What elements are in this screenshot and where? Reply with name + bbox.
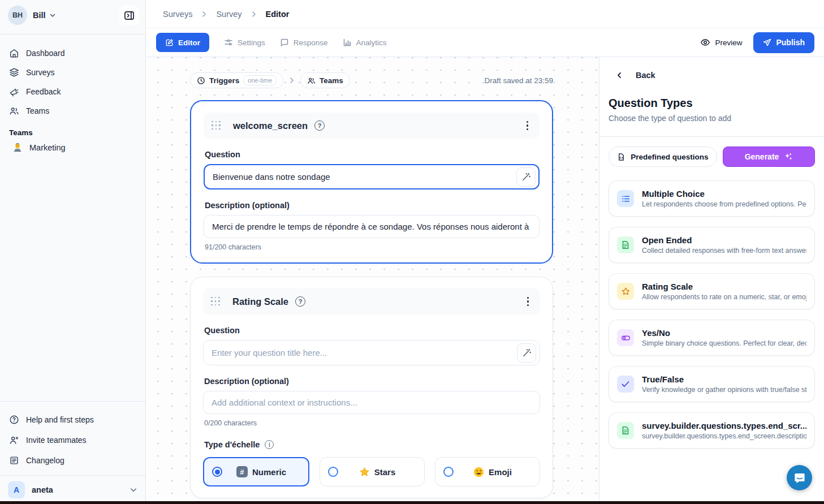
account-name: aneta — [32, 485, 53, 494]
sidebar-collapse-button[interactable] — [119, 6, 139, 25]
tab-label: Response — [294, 38, 328, 47]
collapse-sidebar-icon — [124, 10, 135, 21]
back-button[interactable]: Back — [599, 71, 824, 80]
canvas-header: Triggers one-time Teams Draft saved at 2… — [190, 72, 553, 88]
toolbar-actions: Preview Publish — [700, 32, 814, 53]
type-description: Allow respondents to rate on a numeric, … — [642, 293, 806, 301]
publish-button[interactable]: Publish — [753, 32, 814, 53]
sidebar-spacer — [0, 156, 145, 401]
tab-label: Editor — [178, 38, 200, 47]
document-icon — [617, 236, 634, 253]
people-icon — [9, 106, 19, 116]
help-icon[interactable]: ? — [314, 120, 325, 131]
option-label: Stars — [374, 467, 396, 477]
type-card-multiple-choice[interactable]: Multiple Choice Let respondents choose f… — [609, 180, 815, 217]
sidebar-item-help[interactable]: Help and first steps — [9, 410, 136, 430]
account-avatar: A — [8, 481, 25, 498]
question-card-welcome-screen[interactable]: welcome_screen ? Question Description (o… — [190, 100, 553, 264]
type-card-open-ended[interactable]: Open Ended Collect detailed responses wi… — [609, 227, 815, 263]
type-card-yes-no[interactable]: Yes/No Simple binary choice questions. P… — [609, 320, 815, 356]
sidebar-item-changelog[interactable]: Changelog — [9, 450, 136, 471]
newspaper-icon — [9, 455, 19, 466]
scale-type-label: Type d'échelle — [204, 440, 260, 449]
chevron-right-icon — [250, 10, 258, 18]
team-label: Marketing — [29, 143, 66, 152]
magic-wand-button[interactable] — [516, 167, 536, 187]
description-input[interactable] — [203, 391, 540, 414]
question-title-input[interactable] — [203, 340, 540, 365]
editor-toolbar: Editor Settings Response Analytics Previ… — [146, 28, 824, 57]
question-card-header: Rating Scale ? — [203, 288, 540, 315]
magic-wand-icon — [521, 172, 531, 182]
triggers-pill[interactable]: Triggers one-time — [190, 72, 283, 88]
breadcrumb-survey[interactable]: Survey — [216, 10, 241, 19]
type-title: Multiple Choice — [642, 189, 806, 199]
drag-handle-icon[interactable] — [212, 121, 221, 131]
sidebar-item-feedback[interactable]: Feedback — [9, 82, 136, 101]
type-card-rating-scale[interactable]: Rating Scale Allow respondents to rate o… — [609, 273, 815, 309]
question-card-header: welcome_screen ? — [204, 113, 540, 139]
breadcrumb: Surveys Survey Editor — [146, 0, 824, 28]
magic-wand-icon — [522, 348, 532, 357]
magic-wand-button[interactable] — [517, 343, 536, 363]
tab-settings[interactable]: Settings — [224, 38, 265, 47]
sidebar-item-label: Teams — [26, 106, 49, 115]
workspace-avatar: BH — [8, 6, 27, 25]
scale-type-row: Type d'échelle i — [204, 440, 540, 449]
kebab-menu-icon[interactable] — [523, 118, 532, 133]
send-icon — [763, 38, 771, 47]
window-bottom-edge — [0, 501, 824, 504]
question-card-rating-scale[interactable]: Rating Scale ? Question Description (opt… — [190, 277, 553, 498]
people-icon — [307, 76, 316, 85]
user-plus-icon — [9, 435, 19, 445]
question-input-wrap — [203, 340, 540, 365]
type-card-true-false[interactable]: True/False Verify knowledge or gather op… — [609, 366, 815, 402]
question-card-title: Rating Scale — [232, 296, 288, 307]
description-label: Description (optional) — [204, 377, 540, 386]
chat-widget-button[interactable] — [787, 465, 812, 490]
type-description: Verify knowledge or gather opinions with… — [642, 386, 806, 394]
star-icon — [617, 283, 634, 300]
breadcrumb-surveys[interactable]: Surveys — [163, 10, 192, 19]
preview-button[interactable]: Preview — [700, 37, 742, 48]
type-description: Simple binary choice questions. Perfect … — [642, 339, 806, 347]
question-input-wrap — [204, 164, 540, 189]
sidebar-item-label: Surveys — [26, 68, 55, 77]
tab-label: Settings — [238, 38, 265, 47]
eye-icon — [700, 37, 710, 48]
sidebar-item-label: Help and first steps — [26, 415, 94, 424]
predefined-questions-button[interactable]: Predefined questions — [609, 147, 717, 167]
tab-editor[interactable]: Editor — [156, 33, 209, 52]
scale-option-emoji[interactable]: Emoji — [435, 457, 540, 486]
teams-pill-label: Teams — [320, 76, 343, 85]
question-label: Question — [205, 150, 540, 159]
drag-handle-icon[interactable] — [211, 297, 221, 307]
scale-option-stars[interactable]: Stars — [320, 457, 425, 486]
publish-label: Publish — [776, 38, 805, 47]
scale-options: # Numeric Stars — [203, 457, 540, 486]
help-icon[interactable]: ? — [295, 296, 305, 307]
type-card-end-screen[interactable]: survey.builder.questions.types.end_scr..… — [609, 412, 815, 449]
toggle-icon — [617, 329, 634, 346]
generate-label: Generate — [745, 152, 779, 161]
account-switcher[interactable]: A aneta — [0, 475, 145, 504]
sidebar-item-teams[interactable]: Teams — [9, 101, 136, 120]
kebab-menu-icon[interactable] — [524, 294, 532, 309]
workspace-switcher[interactable]: BH Bill — [0, 0, 145, 31]
description-input[interactable] — [204, 215, 540, 238]
tab-analytics[interactable]: Analytics — [343, 38, 387, 47]
tab-response[interactable]: Response — [280, 38, 328, 47]
question-types-panel: Back Question Types Choose the type of q… — [599, 57, 824, 504]
sidebar-item-surveys[interactable]: Surveys — [9, 63, 136, 82]
option-label: Numeric — [252, 467, 286, 477]
sidebar-team-marketing[interactable]: Marketing — [0, 139, 145, 156]
radio-icon — [328, 467, 338, 477]
question-title-input[interactable] — [204, 164, 540, 189]
generate-button[interactable]: Generate — [723, 147, 815, 167]
list-icon — [617, 190, 634, 207]
tab-label: Analytics — [356, 38, 387, 47]
teams-pill[interactable]: Teams — [300, 72, 350, 88]
sidebar-item-invite[interactable]: Invite teammates — [9, 430, 136, 450]
sidebar-item-dashboard[interactable]: Dashboard — [9, 44, 136, 63]
scale-option-numeric[interactable]: # Numeric — [203, 457, 309, 486]
